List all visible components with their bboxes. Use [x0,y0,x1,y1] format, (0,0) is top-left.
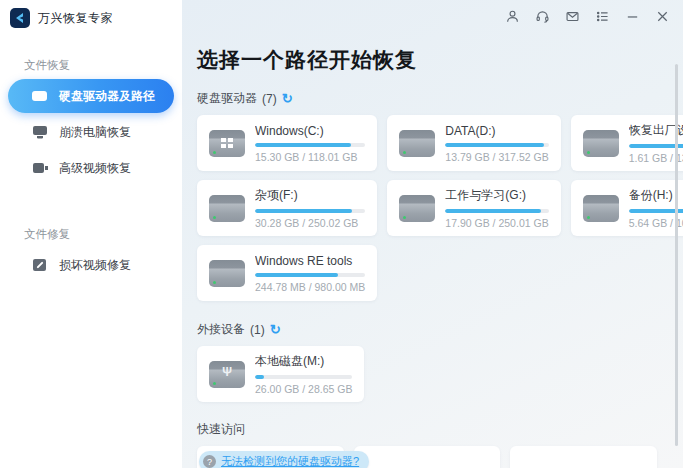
video-recovery-icon [32,161,48,175]
minimize-icon[interactable] [624,8,641,25]
drive-usage-bar [445,143,548,147]
sidebar-item-label: 损坏视频修复 [59,257,131,274]
drive-card[interactable]: DATA(D:) 13.79 GB / 317.52 GB [387,115,560,171]
support-headset-icon[interactable] [534,8,551,25]
drive-usage-bar [255,273,365,277]
sidebar-item-label: 高级视频恢复 [59,160,131,177]
quick-access-label: 快速访问 [197,421,245,438]
sidebar-item[interactable]: 硬盘驱动器及路径 [8,79,174,113]
plain-drive-icon [583,195,619,222]
crashed-computer-icon [32,125,48,139]
external-devices-header: 外接设备 (1) ↻ [197,321,657,338]
feedback-mail-icon[interactable] [564,8,581,25]
drive-info: Windows(C:) 15.30 GB / 118.01 GB [255,124,365,163]
hard-drives-count: (7) [262,92,277,106]
drive-usage-bar [445,209,548,213]
drive-usage-fill [445,143,544,147]
drive-name: DATA(D:) [445,124,548,138]
drive-usage-fill [255,273,338,277]
plain-drive-icon [209,260,245,287]
menu-list-icon[interactable] [594,8,611,25]
drive-size: 15.30 GB / 118.01 GB [255,151,365,163]
drive-card[interactable]: Windows(C:) 15.30 GB / 118.01 GB [197,115,377,171]
drive-card[interactable]: 备份(H:) 5.64 GB / 100.31 GB [571,180,683,236]
drive-usage-bar [255,143,365,147]
sidebar-item[interactable]: 损坏视频修复 [8,248,174,282]
plain-drive-icon [399,195,435,222]
quick-access-card[interactable]: 选择文件夹 [510,446,657,468]
drive-not-detected-link[interactable]: ? 无法检测到您的硬盘驱动器? [199,451,369,468]
drive-card[interactable]: 本地磁盘(M:) 26.00 GB / 28.65 GB [197,346,364,402]
main-panel: 选择一个路径开始恢复 硬盘驱动器 (7) ↻ Windows(C:) 15.30… [182,0,683,468]
sidebar-section-file-repair: 文件修复 [0,227,182,242]
drive-usage-fill [255,375,264,379]
drive-size: 17.90 GB / 250.01 GB [445,217,548,229]
plain-drive-icon [399,130,435,157]
drive-name: 工作与学习(G:) [445,187,548,204]
plain-drive-icon [583,130,619,157]
video-repair-icon [32,258,48,272]
drive-name: Windows(C:) [255,124,365,138]
sidebar: 万兴恢复专家 文件恢复 硬盘驱动器及路径 崩溃电脑恢复 高级视频恢复 文件修复 … [0,0,182,468]
drive-info: Windows RE tools 244.78 MB / 980.00 MB [255,254,365,293]
drive-name: Windows RE tools [255,254,365,268]
sidebar-item[interactable]: 崩溃电脑恢复 [8,115,174,149]
app-logo-icon [10,8,30,28]
external-devices-label: 外接设备 [197,321,245,338]
sidebar-item[interactable]: 高级视频恢复 [8,151,174,185]
scrollbar-thumb[interactable] [675,64,678,446]
drive-usage-bar [255,209,365,213]
drive-info: 工作与学习(G:) 17.90 GB / 250.01 GB [445,187,548,229]
external-devices-grid: 本地磁盘(M:) 26.00 GB / 28.65 GB [197,346,657,402]
usb-drive-icon [209,361,245,388]
drive-card[interactable]: 杂项(F:) 30.28 GB / 250.02 GB [197,180,377,236]
external-devices-count: (1) [250,323,265,337]
hard-drives-header: 硬盘驱动器 (7) ↻ [197,90,657,107]
drive-size: 26.00 GB / 28.65 GB [255,383,352,395]
drive-card[interactable]: Windows RE tools 244.78 MB / 980.00 MB [197,245,377,301]
refresh-icon[interactable]: ↻ [270,323,281,336]
sidebar-item-label: 硬盘驱动器及路径 [59,88,155,105]
drive-size: 13.79 GB / 317.52 GB [445,151,548,163]
sidebar-item-label: 崩溃电脑恢复 [59,124,131,141]
drive-card[interactable]: 恢复出厂设置(E:) 1.61 GB / 13.65 GB [571,115,683,171]
sidebar-nav-recovery: 硬盘驱动器及路径 崩溃电脑恢复 高级视频恢复 [0,79,182,185]
drive-usage-fill [255,209,352,213]
hard-drives-grid: Windows(C:) 15.30 GB / 118.01 GB DATA(D:… [197,115,657,301]
quick-access-header: 快速访问 [197,421,657,438]
sidebar-section-file-recovery: 文件恢复 [0,58,182,73]
drive-usage-fill [255,143,351,147]
account-icon[interactable] [504,8,521,25]
hard-drive-icon [32,89,48,103]
drive-size: 30.28 GB / 250.02 GB [255,217,365,229]
logo-row: 万兴恢复专家 [0,0,182,28]
drive-name: 杂项(F:) [255,187,365,204]
sidebar-nav-repair: 损坏视频修复 [0,248,182,282]
quick-access-wrap: ? 无法检测到您的硬盘驱动器? 回收站 桌面 选择文件夹 [197,446,657,468]
drive-info: DATA(D:) 13.79 GB / 317.52 GB [445,124,548,163]
titlebar-icons [504,8,671,25]
drive-usage-fill [445,209,541,213]
drive-usage-bar [255,375,352,379]
plain-drive-icon [209,195,245,222]
page-title: 选择一个路径开始恢复 [197,46,657,74]
app-title: 万兴恢复专家 [38,10,113,27]
question-mark-icon: ? [203,455,216,468]
refresh-icon[interactable]: ↻ [282,92,293,105]
hard-drives-label: 硬盘驱动器 [197,90,257,107]
drive-info: 杂项(F:) 30.28 GB / 250.02 GB [255,187,365,229]
close-icon[interactable] [654,8,671,25]
drive-name: 本地磁盘(M:) [255,353,352,370]
drive-card[interactable]: 工作与学习(G:) 17.90 GB / 250.01 GB [387,180,560,236]
drive-info: 本地磁盘(M:) 26.00 GB / 28.65 GB [255,353,352,395]
quick-access-card[interactable]: 桌面 [354,446,501,468]
drive-size: 244.78 MB / 980.00 MB [255,281,365,293]
windows-drive-icon [209,130,245,157]
